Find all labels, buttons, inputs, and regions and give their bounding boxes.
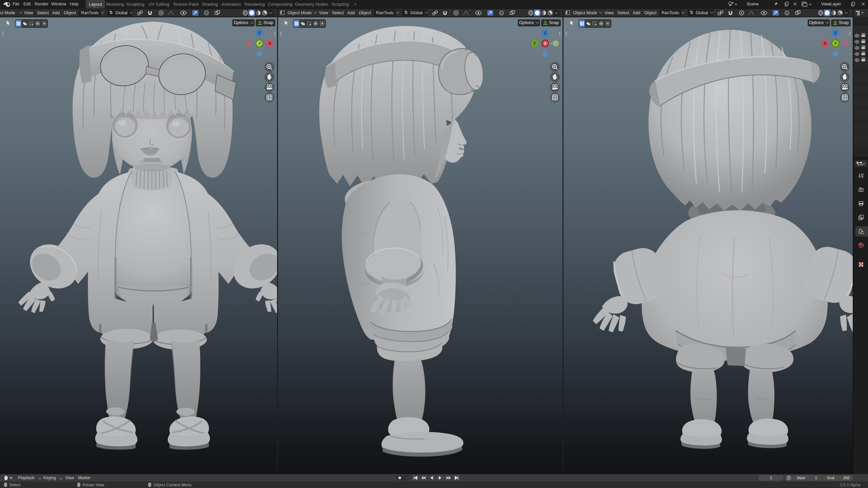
svg-text:-Y: -Y xyxy=(258,42,261,45)
svg-text:X: X xyxy=(824,41,826,45)
svg-text:Y: Y xyxy=(533,41,536,45)
svg-text:Z: Z xyxy=(258,31,261,35)
svg-text:Z: Z xyxy=(544,31,547,35)
svg-text:Y: Y xyxy=(834,41,837,45)
svg-text:X: X xyxy=(544,42,547,45)
svg-text:Z: Z xyxy=(834,31,837,35)
svg-text:X: X xyxy=(269,41,271,45)
